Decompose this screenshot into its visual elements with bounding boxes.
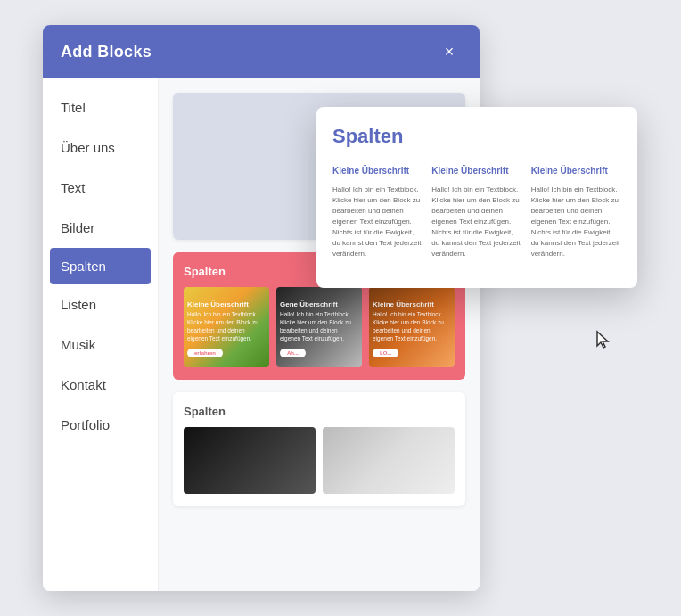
white-images-row bbox=[184, 427, 455, 494]
pink-col1-btn[interactable]: erfahren bbox=[187, 349, 223, 357]
popup-col1-subtitle: Kleine Überschrift bbox=[332, 166, 423, 176]
pink-col3-body: Hallo! Ich bin ein Textblock. Klicke hie… bbox=[373, 310, 451, 342]
popup-col1-body: Hallo! Ich bin ein Textblock. Klicke hie… bbox=[332, 185, 423, 259]
block-card-white[interactable]: Spalten bbox=[173, 392, 465, 506]
popup-card: Spalten Kleine Überschrift Hallo! Ich bi… bbox=[316, 107, 637, 288]
popup-col3-subtitle: Kleine Überschrift bbox=[531, 166, 621, 176]
panel-title: Add Blocks bbox=[61, 43, 152, 62]
white-img-1 bbox=[184, 427, 316, 494]
popup-columns: Kleine Überschrift Hallo! Ich bin ein Te… bbox=[332, 160, 621, 259]
pink-images-row: Kleine Überschrift Hallo! Ich bin ein Te… bbox=[184, 287, 455, 367]
white-img-2 bbox=[323, 427, 455, 494]
pink-col2-body: Hallo! Ich bin ein Textblock. Klicke hie… bbox=[280, 310, 358, 342]
pink-col2-btn[interactable]: Ah... bbox=[280, 349, 306, 357]
panel-header: Add Blocks × bbox=[43, 25, 480, 78]
sidebar-item-ueber-uns[interactable]: Über uns bbox=[43, 127, 158, 168]
popup-col-3: Kleine Überschrift Hallo! Ich bin ein Te… bbox=[531, 160, 621, 259]
popup-col-2: Kleine Überschrift Hallo! Ich bin ein Te… bbox=[431, 160, 521, 259]
pink-col1-body: Hallo! Ich bin ein Textblock. Klicke hie… bbox=[187, 310, 266, 342]
popup-title: Spalten bbox=[332, 125, 621, 148]
popup-col3-body: Hallo! Ich bin ein Textblock. Klicke hie… bbox=[531, 185, 621, 259]
pink-col3-btn[interactable]: LO... bbox=[373, 349, 398, 357]
sidebar-item-portfolio[interactable]: Portfolio bbox=[43, 405, 158, 445]
pink-col2-subtitle: Gene Überschrift bbox=[280, 300, 358, 308]
sidebar-nav: Titel Über uns Text Bilder Spalten Liste… bbox=[43, 78, 159, 591]
popup-col2-body: Hallo! Ich bin ein Textblock. Klicke hie… bbox=[431, 185, 521, 259]
pink-img-headphones: Gene Überschrift Hallo! Ich bin ein Text… bbox=[276, 287, 362, 367]
cursor bbox=[595, 330, 610, 349]
popup-col-1: Kleine Überschrift Hallo! Ich bin ein Te… bbox=[332, 160, 423, 259]
sidebar-item-musik[interactable]: Musik bbox=[43, 324, 158, 365]
pink-img-violin: Kleine Überschrift Hallo! Ich bin ein Te… bbox=[369, 287, 455, 367]
white-block-label: Spalten bbox=[184, 405, 455, 418]
popup-col2-subtitle: Kleine Überschrift bbox=[431, 166, 521, 176]
pink-col3-subtitle: Kleine Überschrift bbox=[373, 300, 451, 308]
sidebar-item-bilder[interactable]: Bilder bbox=[43, 208, 158, 248]
sidebar-item-listen[interactable]: Listen bbox=[43, 284, 158, 324]
sidebar-item-spalten[interactable]: Spalten bbox=[50, 248, 151, 284]
sidebar-item-kontakt[interactable]: Kontakt bbox=[43, 365, 158, 405]
sidebar-item-titel[interactable]: Titel bbox=[43, 87, 158, 127]
close-button[interactable]: × bbox=[437, 39, 462, 64]
sidebar-item-text[interactable]: Text bbox=[43, 168, 158, 208]
pink-img-sunflowers: Kleine Überschrift Hallo! Ich bin ein Te… bbox=[184, 287, 269, 367]
pink-col1-subtitle: Kleine Überschrift bbox=[187, 300, 266, 308]
